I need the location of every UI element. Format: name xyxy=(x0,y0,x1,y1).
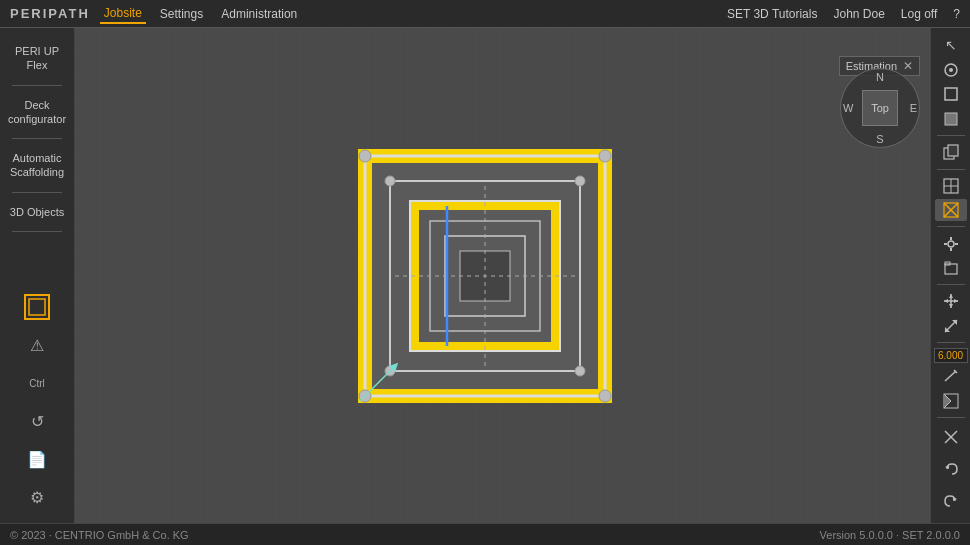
toolbar-divider-1 xyxy=(937,135,965,136)
scaffold-drawing xyxy=(355,146,615,406)
compass: N S W E Top xyxy=(840,68,920,148)
svg-point-35 xyxy=(948,241,954,247)
sidebar-divider-3 xyxy=(12,192,62,193)
warning-icon[interactable]: ⚠ xyxy=(21,329,53,361)
bottom-bar: © 2023 · CENTRIO GmbH & Co. KG Version 5… xyxy=(0,523,970,545)
text-ctrl-icon[interactable]: Ctrl xyxy=(21,367,53,399)
grid-tool-button[interactable] xyxy=(935,174,967,197)
version-text: Version 5.0.0.0 · SET 2.0.0.0 xyxy=(820,529,960,541)
svg-marker-47 xyxy=(954,299,958,303)
sidebar-item-3d-objects[interactable]: 3D Objects xyxy=(2,197,72,227)
logout-button[interactable]: Log off xyxy=(901,7,937,21)
panel-tool-button[interactable] xyxy=(935,390,967,413)
settings-tool-button[interactable] xyxy=(935,232,967,255)
svg-rect-28 xyxy=(948,145,958,156)
svg-rect-37 xyxy=(950,248,952,251)
toolbar-divider-2 xyxy=(937,169,965,170)
top-bar-right: SET 3D Tutorials John Doe Log off ? xyxy=(727,7,960,21)
help-button[interactable]: ? xyxy=(953,7,960,21)
compass-east: E xyxy=(910,102,917,114)
sidebar-divider-4 xyxy=(12,231,62,232)
sidebar-bottom: ⚠ Ctrl ↺ 📄 ⚙ xyxy=(0,291,74,523)
svg-point-14 xyxy=(599,390,611,402)
tutorials-link[interactable]: SET 3D Tutorials xyxy=(727,7,817,21)
compass-center[interactable]: Top xyxy=(862,90,898,126)
sidebar-item-peri-up-flex[interactable]: PERI UP Flex xyxy=(2,36,72,81)
move-tool-button[interactable] xyxy=(935,290,967,313)
fill-tool-button[interactable] xyxy=(935,108,967,131)
svg-rect-38 xyxy=(944,243,947,245)
redo-button[interactable] xyxy=(935,487,967,515)
toolbar-divider-6 xyxy=(937,417,965,418)
scaffold-svg xyxy=(355,146,615,406)
nav-settings[interactable]: Settings xyxy=(156,5,207,23)
compass-north: N xyxy=(876,71,884,83)
toolbar-bottom xyxy=(935,423,967,523)
shape-tool-button[interactable] xyxy=(935,83,967,106)
svg-point-15 xyxy=(385,176,395,186)
delete-tool-button[interactable] xyxy=(935,199,967,222)
compass-circle: N S W E Top xyxy=(840,68,920,148)
svg-marker-45 xyxy=(949,304,953,308)
compass-south: S xyxy=(876,133,883,145)
value-display: 6.000 xyxy=(934,348,968,363)
nav-administration[interactable]: Administration xyxy=(217,5,301,23)
open-tool-button[interactable] xyxy=(935,257,967,280)
toolbar-divider-5 xyxy=(937,342,965,343)
top-bar: PERIPATH Jobsite Settings Administration… xyxy=(0,0,970,28)
nav-jobsite[interactable]: Jobsite xyxy=(100,4,146,24)
main-layout: PERI UP Flex Deck configurator Automatic… xyxy=(0,28,970,523)
top-bar-nav: PERIPATH Jobsite Settings Administration xyxy=(10,4,301,24)
sidebar-divider-2 xyxy=(12,138,62,139)
svg-line-51 xyxy=(945,371,956,381)
sidebar-item-deck-configurator[interactable]: Deck configurator xyxy=(2,90,72,135)
scaffold-box-icon[interactable] xyxy=(21,291,53,323)
edit-tool-button[interactable] xyxy=(935,365,967,388)
svg-point-24 xyxy=(949,68,953,72)
zoom-reset-button[interactable] xyxy=(935,423,967,451)
toolbar-divider-3 xyxy=(937,226,965,227)
user-name[interactable]: John Doe xyxy=(833,7,884,21)
right-toolbar: ↖ xyxy=(930,28,970,523)
toolbar-divider-4 xyxy=(937,284,965,285)
svg-rect-26 xyxy=(945,113,957,125)
svg-point-11 xyxy=(359,150,371,162)
copy-tool-button[interactable] xyxy=(935,141,967,164)
sidebar: PERI UP Flex Deck configurator Automatic… xyxy=(0,28,75,523)
svg-marker-44 xyxy=(949,294,953,298)
compass-west: W xyxy=(843,102,853,114)
history-icon[interactable]: ↺ xyxy=(21,405,53,437)
undo-button[interactable] xyxy=(935,455,967,483)
copyright-text: © 2023 · CENTRIO GmbH & Co. KG xyxy=(10,529,189,541)
settings-icon[interactable]: ⚙ xyxy=(21,481,53,513)
svg-point-12 xyxy=(599,150,611,162)
select-tool-button[interactable]: ↖ xyxy=(935,34,967,57)
sidebar-item-automatic-scaffolding[interactable]: Automatic Scaffolding xyxy=(2,143,72,188)
svg-marker-54 xyxy=(944,394,951,408)
resize-tool-button[interactable] xyxy=(935,315,967,338)
canvas-area[interactable]: Estimation ✕ N S W E Top xyxy=(75,28,930,523)
svg-point-18 xyxy=(575,366,585,376)
sidebar-divider-1 xyxy=(12,85,62,86)
svg-rect-1 xyxy=(29,299,45,315)
brand: PERIPATH xyxy=(10,6,90,21)
svg-rect-39 xyxy=(955,243,958,245)
svg-marker-46 xyxy=(944,299,948,303)
document-icon[interactable]: 📄 xyxy=(21,443,53,475)
paint-tool-button[interactable] xyxy=(935,59,967,82)
svg-point-16 xyxy=(575,176,585,186)
svg-rect-25 xyxy=(945,88,957,100)
svg-rect-36 xyxy=(950,237,952,240)
